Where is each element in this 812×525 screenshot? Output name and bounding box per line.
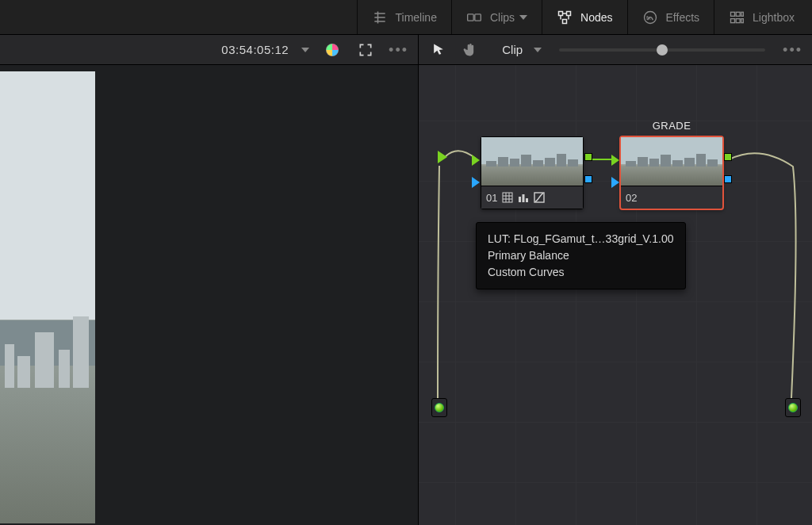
graph-source-pad[interactable] xyxy=(431,398,447,417)
tooltip-line-lut: LUT: FLog_FGamut_t…33grid_V.1.00 xyxy=(488,231,674,247)
zoom-slider-knob[interactable] xyxy=(657,44,668,56)
node-01-thumbnail xyxy=(481,137,583,186)
svg-rect-18 xyxy=(503,193,512,202)
viewer-toolbar-left: 03:54:05:12 ••• xyxy=(0,35,419,64)
viewer-image xyxy=(0,71,95,523)
svg-rect-14 xyxy=(731,18,735,22)
top-tab-bar: Timeline Clips Nodes fx Effects Lightbox xyxy=(0,0,812,35)
node-02-alpha-out[interactable] xyxy=(724,175,732,183)
color-wheel-button[interactable] xyxy=(322,40,343,60)
svg-rect-25 xyxy=(526,198,528,202)
node-02-alpha-in[interactable] xyxy=(611,177,619,188)
node-edges xyxy=(419,65,812,525)
svg-text:fx: fx xyxy=(646,13,651,21)
main-area: 01 GRADE 02 LUT: FLog_FGamut_t…33grid_V. xyxy=(0,65,812,525)
node-graph[interactable]: 01 GRADE 02 LUT: FLog_FGamut_t…33grid_V. xyxy=(419,65,812,525)
primaries-applied-icon xyxy=(518,192,529,203)
secondary-toolbar: 03:54:05:12 ••• Clip ••• xyxy=(0,35,812,65)
timecode-chevron-icon[interactable] xyxy=(301,48,309,52)
viewer-panel[interactable] xyxy=(0,65,419,525)
tab-timeline[interactable]: Timeline xyxy=(357,0,451,34)
node-01-rgb-in[interactable] xyxy=(472,155,480,166)
clip-mode-label[interactable]: Clip xyxy=(502,43,523,56)
timeline-icon xyxy=(372,10,388,25)
tab-label: Effects xyxy=(666,11,700,24)
node-01-rgb-out[interactable] xyxy=(584,153,592,161)
lightbox-icon xyxy=(729,10,745,25)
hand-tool[interactable] xyxy=(460,40,481,60)
node-01-alpha-in[interactable] xyxy=(472,177,480,188)
svg-rect-6 xyxy=(559,11,563,15)
tab-nodes[interactable]: Nodes xyxy=(542,0,626,34)
svg-rect-12 xyxy=(736,12,740,16)
nodegraph-toolbar: Clip ••• xyxy=(419,35,812,64)
color-wheel-icon xyxy=(324,42,340,58)
tab-clips[interactable]: Clips xyxy=(451,0,542,34)
node-01[interactable]: 01 xyxy=(481,136,584,209)
chevron-down-icon xyxy=(519,15,527,20)
clip-mode-chevron-icon[interactable] xyxy=(534,48,542,52)
svg-rect-7 xyxy=(567,11,571,15)
svg-rect-8 xyxy=(563,19,567,23)
tooltip-line-curves: Custom Curves xyxy=(488,264,674,281)
node-01-number: 01 xyxy=(486,192,497,204)
svg-rect-24 xyxy=(523,194,525,202)
tooltip-line-primary: Primary Balance xyxy=(488,247,674,264)
svg-rect-16 xyxy=(741,18,744,22)
green-dot-icon xyxy=(435,403,444,412)
tab-lightbox[interactable]: Lightbox xyxy=(714,0,809,34)
svg-rect-23 xyxy=(519,197,521,202)
expand-icon xyxy=(358,42,373,58)
graph-input-port[interactable] xyxy=(438,151,447,163)
timecode-display[interactable]: 03:54:05:12 xyxy=(221,43,289,56)
node-02-thumbnail xyxy=(621,137,722,186)
svg-rect-15 xyxy=(736,18,740,22)
expand-button[interactable] xyxy=(355,40,376,60)
tab-label: Nodes xyxy=(580,11,612,24)
svg-rect-13 xyxy=(741,12,744,16)
nodes-icon xyxy=(557,10,573,25)
tab-effects[interactable]: fx Effects xyxy=(627,0,714,34)
pointer-icon xyxy=(431,42,446,58)
svg-rect-11 xyxy=(731,12,735,16)
node-02-rgb-in[interactable] xyxy=(611,155,619,166)
node-02-number: 02 xyxy=(626,192,637,204)
svg-rect-5 xyxy=(475,13,481,20)
tab-label: Lightbox xyxy=(753,11,795,24)
svg-rect-4 xyxy=(468,13,474,20)
node-02-grade[interactable]: GRADE 02 xyxy=(620,136,723,209)
lut-applied-icon xyxy=(502,192,513,203)
node-02-rgb-out[interactable] xyxy=(724,153,732,161)
effects-icon: fx xyxy=(642,10,658,25)
node-01-alpha-out[interactable] xyxy=(584,175,592,183)
pointer-tool[interactable] xyxy=(428,40,449,60)
node-01-tooltip: LUT: FLog_FGamut_t…33grid_V.1.00 Primary… xyxy=(476,222,686,289)
curves-applied-icon xyxy=(534,192,545,203)
tab-label: Clips xyxy=(490,11,515,24)
tab-label: Timeline xyxy=(396,11,437,24)
hand-icon xyxy=(462,42,478,58)
graph-output-pad[interactable] xyxy=(785,398,801,417)
zoom-slider[interactable] xyxy=(559,48,765,52)
green-dot-icon xyxy=(788,403,798,412)
node-02-label: GRADE xyxy=(653,120,691,132)
clips-icon xyxy=(466,10,482,25)
